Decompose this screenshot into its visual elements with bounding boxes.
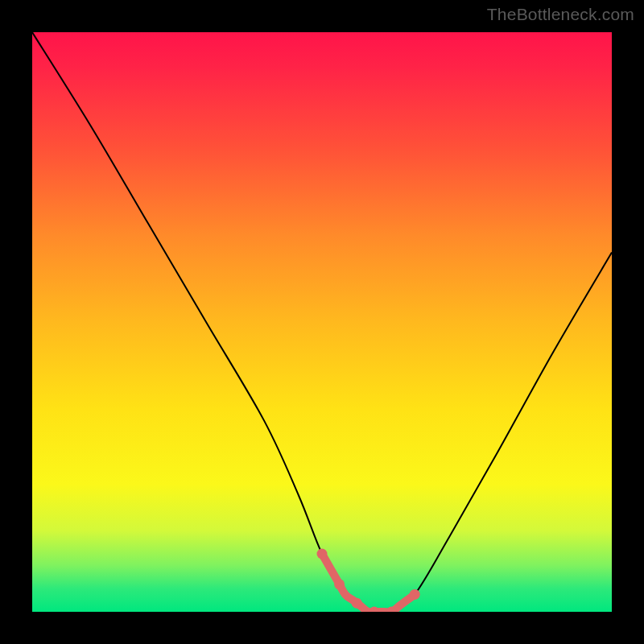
highlight-dot [334,579,345,589]
highlight-dot [369,607,379,613]
highlight-dot [352,598,362,609]
watermark-text: TheBottleneck.com [487,5,634,24]
highlight-dot [317,549,328,559]
plot-area [32,32,612,612]
curve-line [32,32,612,612]
chart-svg [32,32,612,612]
highlight-dot [410,589,420,600]
chart-frame: TheBottleneck.com [0,0,644,644]
